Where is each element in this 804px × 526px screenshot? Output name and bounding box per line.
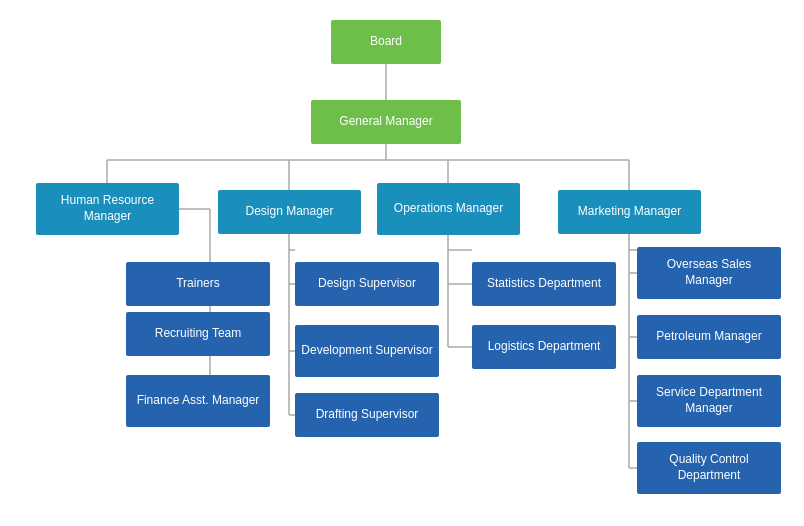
trainers-node: Trainers [126,262,270,306]
marketing-manager-node: Marketing Manager [558,190,701,234]
drafting-supervisor-node: Drafting Supervisor [295,393,439,437]
development-supervisor-node: Development Supervisor [295,325,439,377]
org-chart: Board General Manager Human Resource Man… [0,0,804,526]
quality-control-node: Quality Control Department [637,442,781,494]
overseas-sales-node: Overseas Sales Manager [637,247,781,299]
operations-manager-node: Operations Manager [377,183,520,235]
service-dept-node: Service Department Manager [637,375,781,427]
design-supervisor-node: Design Supervisor [295,262,439,306]
recruiting-team-node: Recruiting Team [126,312,270,356]
design-manager-node: Design Manager [218,190,361,234]
general-manager-node: General Manager [311,100,461,144]
finance-asst-node: Finance Asst. Manager [126,375,270,427]
statistics-dept-node: Statistics Department [472,262,616,306]
board-node: Board [331,20,441,64]
logistics-dept-node: Logistics Department [472,325,616,369]
hr-manager-node: Human Resource Manager [36,183,179,235]
petroleum-manager-node: Petroleum Manager [637,315,781,359]
